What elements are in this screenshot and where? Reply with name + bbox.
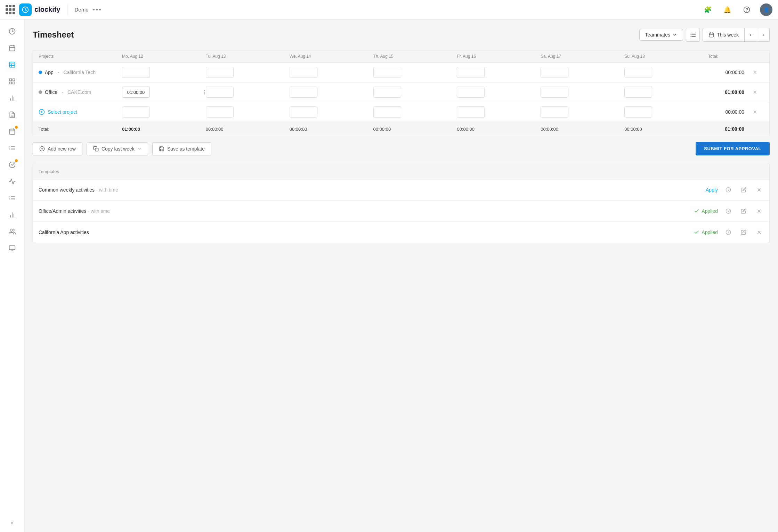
sidebar-item-align[interactable] bbox=[5, 191, 20, 206]
apply-template-1-button[interactable]: Apply bbox=[706, 187, 718, 193]
user-avatar[interactable]: 👤 bbox=[760, 3, 772, 16]
time-input-tue-1[interactable] bbox=[206, 67, 234, 78]
time-input-wed-3[interactable] bbox=[290, 106, 317, 118]
time-input-tue-2[interactable] bbox=[206, 87, 234, 98]
time-dots-menu[interactable] bbox=[204, 90, 205, 95]
navbar-left: clockify Demo bbox=[6, 3, 101, 16]
info-icon-1 bbox=[726, 187, 731, 193]
add-circle-icon bbox=[39, 109, 45, 115]
template-edit-2-button[interactable] bbox=[739, 206, 748, 216]
list-view-button[interactable] bbox=[686, 28, 700, 42]
extensions-icon[interactable]: 🧩 bbox=[702, 3, 714, 16]
sidebar-item-charts[interactable] bbox=[5, 207, 20, 223]
svg-rect-20 bbox=[9, 129, 15, 134]
copy-last-week-button[interactable]: Copy last week bbox=[87, 142, 148, 155]
template-delete-2-button[interactable]: ✕ bbox=[754, 206, 764, 216]
project-dot-office bbox=[39, 90, 42, 94]
sidebar-collapse-btn[interactable]: » bbox=[8, 517, 16, 528]
time-input-thu-3[interactable] bbox=[373, 106, 401, 118]
time-input-sat-3[interactable] bbox=[541, 106, 568, 118]
dashboard-icon bbox=[9, 78, 16, 85]
workspace-name: Demo bbox=[74, 7, 88, 13]
time-input-fri-2[interactable] bbox=[457, 87, 485, 98]
help-icon[interactable] bbox=[740, 3, 753, 16]
time-cell-tue-2 bbox=[206, 87, 290, 98]
navbar-right: 🧩 🔔 👤 bbox=[702, 3, 772, 16]
total-sun: 00:00:00 bbox=[624, 127, 708, 132]
sidebar-item-tasks[interactable] bbox=[5, 140, 20, 156]
info-icon-2 bbox=[726, 208, 731, 214]
select-project-button[interactable]: Select project bbox=[39, 109, 77, 115]
check-icon-2 bbox=[694, 208, 699, 214]
next-week-button[interactable]: › bbox=[757, 28, 769, 41]
time-cell-sat-1 bbox=[541, 67, 624, 78]
sidebar-item-invoices[interactable] bbox=[5, 107, 20, 122]
time-input-thu-1[interactable] bbox=[373, 67, 401, 78]
chevron-down-icon bbox=[672, 32, 677, 37]
template-delete-3-button[interactable]: ✕ bbox=[754, 227, 764, 237]
sidebar-item-timesheet[interactable] bbox=[5, 57, 20, 72]
time-input-sat-2[interactable] bbox=[541, 87, 568, 98]
sidebar-item-team[interactable] bbox=[5, 224, 20, 239]
previous-week-button[interactable]: ‹ bbox=[744, 28, 757, 41]
time-input-sun-1[interactable] bbox=[624, 67, 652, 78]
time-input-thu-2[interactable] bbox=[373, 87, 401, 98]
time-input-wed-2[interactable] bbox=[290, 87, 317, 98]
apps-grid-icon[interactable] bbox=[6, 5, 15, 14]
time-input-mon-2[interactable] bbox=[122, 87, 150, 98]
logo-icon[interactable] bbox=[19, 3, 32, 16]
sidebar-item-reports[interactable] bbox=[5, 90, 20, 106]
time-input-wed-1[interactable] bbox=[290, 67, 317, 78]
template-edit-1-button[interactable] bbox=[739, 185, 748, 195]
total-wed: 00:00:00 bbox=[290, 127, 373, 132]
remove-row-1-button[interactable]: ✕ bbox=[750, 67, 760, 77]
sidebar-item-schedule[interactable] bbox=[5, 124, 20, 139]
template-sub-1: - with time bbox=[96, 187, 118, 193]
kiosk-icon bbox=[9, 245, 16, 252]
add-new-row-button[interactable]: Add new row bbox=[33, 142, 82, 155]
time-input-sun-3[interactable] bbox=[624, 106, 652, 118]
sidebar-item-activity[interactable] bbox=[5, 174, 20, 189]
templates-label: Templates bbox=[39, 169, 59, 174]
sidebar-item-kiosk[interactable] bbox=[5, 241, 20, 256]
page-title: Timesheet bbox=[33, 30, 639, 40]
remove-row-2-button[interactable]: ✕ bbox=[750, 87, 760, 97]
sidebar-item-calendar[interactable] bbox=[5, 40, 20, 56]
time-cell-wed-1 bbox=[290, 67, 373, 78]
time-input-fri-1[interactable] bbox=[457, 67, 485, 78]
remove-row-3-button[interactable]: ✕ bbox=[750, 107, 760, 117]
template-info-3-button[interactable] bbox=[723, 227, 733, 237]
approvals-notification-dot bbox=[15, 159, 18, 162]
time-input-mon-1[interactable] bbox=[122, 67, 150, 78]
submit-for-approval-button[interactable]: SUBMIT FOR APPROVAL bbox=[696, 142, 770, 155]
teammates-label: Teammates bbox=[645, 32, 670, 38]
time-cell-fri-2 bbox=[457, 87, 541, 98]
save-as-template-button[interactable]: Save as template bbox=[152, 142, 211, 155]
template-edit-3-button[interactable] bbox=[739, 227, 748, 237]
svg-rect-3 bbox=[9, 46, 15, 51]
sidebar-item-dashboard[interactable] bbox=[5, 74, 20, 89]
sidebar-item-approvals[interactable] bbox=[5, 157, 20, 172]
table-row: App - California Tech 00:00:00 ✕ bbox=[33, 63, 769, 82]
template-info-2-button[interactable] bbox=[723, 206, 733, 216]
template-name-1: Common weekly activities - with time bbox=[39, 187, 118, 193]
total-thu: 00:00:00 bbox=[373, 127, 457, 132]
select-project-label: Select project bbox=[48, 109, 77, 115]
template-info-1-button[interactable] bbox=[723, 185, 733, 195]
teammates-button[interactable]: Teammates bbox=[639, 29, 683, 41]
time-cell-tue-3 bbox=[206, 106, 290, 118]
time-cell-wed-2 bbox=[290, 87, 373, 98]
project-client-app: California Tech bbox=[64, 70, 96, 75]
time-input-tue-3[interactable] bbox=[206, 106, 234, 118]
time-input-sat-1[interactable] bbox=[541, 67, 568, 78]
time-input-fri-3[interactable] bbox=[457, 106, 485, 118]
notifications-icon[interactable]: 🔔 bbox=[721, 3, 734, 16]
time-input-sun-2[interactable] bbox=[624, 87, 652, 98]
list-item: California App activities Applied ✕ bbox=[33, 222, 769, 243]
workspace-menu-icon[interactable] bbox=[93, 9, 101, 10]
template-delete-1-button[interactable]: ✕ bbox=[754, 185, 764, 195]
time-input-mon-3[interactable] bbox=[122, 106, 150, 118]
sidebar-item-timetracker[interactable] bbox=[5, 24, 20, 39]
total-fri: 00:00:00 bbox=[457, 127, 541, 132]
project-separator: - bbox=[58, 70, 59, 75]
